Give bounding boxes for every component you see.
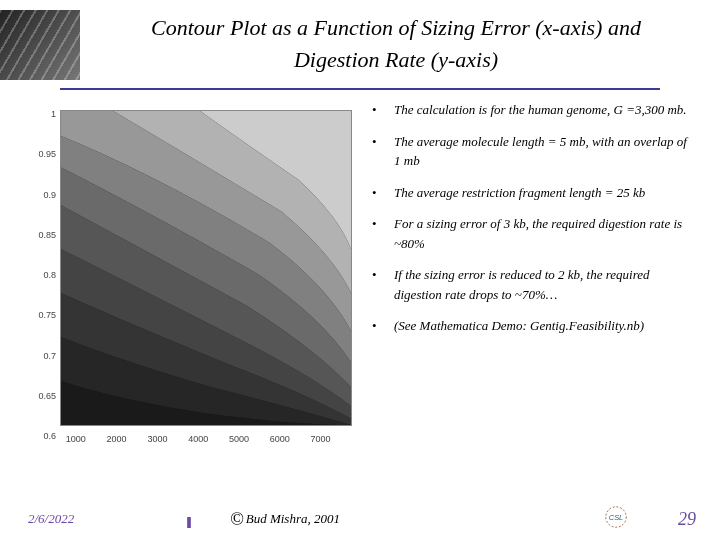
title-line-2: Digestion Rate (y-axis) [294,47,498,72]
bullet-icon: • [372,183,394,203]
y-tick: 0.8 [30,270,56,280]
x-tick: 6000 [270,434,290,444]
y-tick: 0.95 [30,149,56,159]
list-item: •The calculation is for the human genome… [372,100,696,120]
x-tick: 4000 [188,434,208,444]
contour-svg [61,111,351,425]
x-tick: 2000 [107,434,127,444]
y-tick: 0.9 [30,190,56,200]
y-tick: 0.75 [30,310,56,320]
title-divider [60,88,660,90]
footer-credit: Bud Mishra, 2001 [246,511,576,527]
x-tick: 5000 [229,434,249,444]
list-item: •If the sizing error is reduced to 2 kb,… [372,265,696,304]
x-tick: 7000 [311,434,331,444]
bullet-icon: • [372,100,394,120]
list-item: •For a sizing error of 3 kb, the require… [372,214,696,253]
bullet-icon: • [372,316,394,336]
bullet-icon: • [372,132,394,171]
footer-date: 2/6/2022 [28,511,178,527]
x-tick: 3000 [147,434,167,444]
y-tick: 0.65 [30,391,56,401]
bullet-list: •The calculation is for the human genome… [372,100,702,470]
thumbnail-image [0,10,80,80]
svg-text:CSL: CSL [609,513,623,522]
y-tick: 0.85 [30,230,56,240]
list-item: •The average molecule length = 5 mb, wit… [372,132,696,171]
bullet-icon: • [372,214,394,253]
contour-plot: 1 0.95 0.9 0.85 0.8 0.75 0.7 0.65 0.6 10… [18,100,358,450]
list-item: •(See Mathematica Demo: Gentig.Feasibili… [372,316,696,336]
y-tick: 1 [30,109,56,119]
page-title: Contour Plot as a Function of Sizing Err… [92,12,700,76]
y-tick: 0.6 [30,431,56,441]
x-tick: 1000 [66,434,86,444]
title-line-1: Contour Plot as a Function of Sizing Err… [151,15,641,40]
bullet-icon: • [372,265,394,304]
copyright-icon: © [230,509,244,530]
nyu-torch-icon [178,504,200,534]
list-item: •The average restriction fragment length… [372,183,696,203]
page-number: 29 [656,509,696,530]
csl-logo-icon: CSL [576,504,656,534]
y-tick: 0.7 [30,351,56,361]
